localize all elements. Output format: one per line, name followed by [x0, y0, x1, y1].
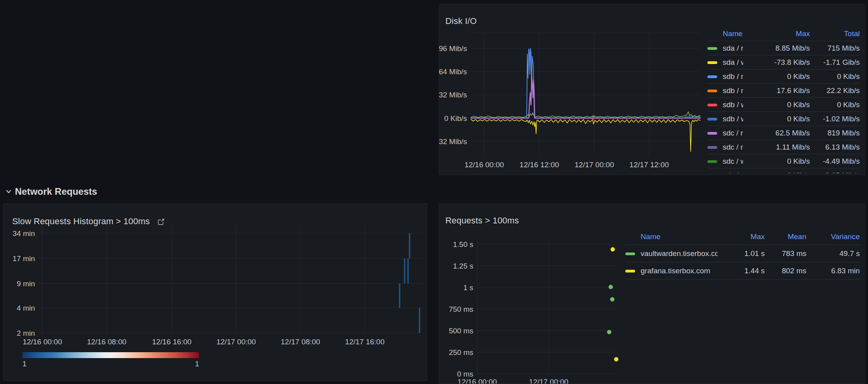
- legend-name[interactable]: sdc / reads: [723, 129, 743, 137]
- requests-legend-header: Name Max Mean Variance: [625, 229, 860, 245]
- legend-header-mean[interactable]: Mean: [765, 232, 806, 241]
- svg-text:-32 Mib/s: -32 Mib/s: [439, 137, 467, 146]
- series-color-swatch[interactable]: [707, 132, 717, 135]
- legend-max: 1.11 Mib/s: [743, 143, 810, 152]
- legend-total: 6.13 Mib/s: [810, 143, 860, 152]
- legend-max: 0 Kib/s: [743, 157, 810, 166]
- svg-text:12/17 08:00: 12/17 08:00: [281, 338, 320, 346]
- requests-legend-rows: vaultwarden.tiserbox.com1.01 s783 ms49.7…: [625, 245, 860, 280]
- legend-swatch-cell: [625, 267, 641, 275]
- legend-total: -2.05 Mib/s: [810, 171, 860, 174]
- legend-header-name[interactable]: Name: [723, 29, 743, 38]
- series-color-swatch[interactable]: [707, 90, 717, 92]
- legend-swatch-cell: [707, 115, 723, 123]
- grafana-dashboard: Disk I/O 96 Mib/s64 Mib/s32 Mib/s0 Kib/s…: [0, 0, 868, 384]
- svg-text:32 Mib/s: 32 Mib/s: [439, 91, 467, 99]
- legend-mean: 802 ms: [765, 267, 806, 275]
- section-network-requests[interactable]: Network Requests: [5, 186, 97, 197]
- legend-swatch-cell: [625, 249, 641, 258]
- legend-swatch-cell: [707, 44, 723, 53]
- color-scale-min: 1: [22, 360, 27, 368]
- legend-header-max[interactable]: Max: [718, 232, 765, 241]
- series-color-swatch[interactable]: [625, 270, 635, 272]
- legend-name[interactable]: sdc / writes: [723, 157, 743, 166]
- svg-text:12/16 00:00: 12/16 00:00: [23, 338, 62, 346]
- svg-text:0 ms: 0 ms: [457, 370, 473, 378]
- legend-swatch-cell: [707, 171, 723, 174]
- series-color-swatch[interactable]: [625, 252, 635, 255]
- svg-text:12/17 16:00: 12/17 16:00: [345, 338, 385, 346]
- legend-total: 0 Kib/s: [810, 101, 860, 109]
- svg-text:12/17 00:00: 12/17 00:00: [529, 378, 568, 384]
- disk-legend-rows: sda / reads8.85 Mib/s715 Mib/ssda / writ…: [707, 41, 860, 173]
- legend-swatch-cell: [707, 86, 723, 95]
- legend-swatch-cell: [707, 72, 723, 81]
- legend-row: vaultwarden.tiserbox.com1.01 s783 ms49.7…: [625, 245, 860, 262]
- svg-text:12/17 00:00: 12/17 00:00: [216, 338, 256, 346]
- chevron-down-icon: [5, 188, 12, 195]
- legend-max: 0 Kib/s: [743, 115, 810, 123]
- svg-text:17 min: 17 min: [13, 254, 35, 263]
- svg-text:12/16 16:00: 12/16 16:00: [152, 338, 191, 346]
- heatmap-color-scale-labels: 1 1: [22, 360, 199, 368]
- requests-legend-table: Name Max Mean Variance vaultwarden.tiser…: [625, 229, 860, 280]
- panel-disk-io: Disk I/O 96 Mib/s64 Mib/s32 Mib/s0 Kib/s…: [439, 4, 865, 175]
- legend-swatch-cell: [707, 129, 723, 137]
- section-title: Network Requests: [15, 186, 97, 197]
- legend-name[interactable]: sdb / writes: [723, 101, 743, 109]
- svg-text:12/16 00:00: 12/16 00:00: [458, 378, 497, 384]
- svg-text:12/16 08:00: 12/16 08:00: [87, 338, 126, 346]
- legend-name[interactable]: sdc / writes: [723, 171, 743, 174]
- series-color-swatch[interactable]: [707, 47, 717, 50]
- series-color-swatch[interactable]: [707, 160, 717, 163]
- svg-text:12/16 00:00: 12/16 00:00: [465, 161, 504, 169]
- legend-header-total[interactable]: Total: [810, 29, 860, 38]
- legend-total: 0 Kib/s: [810, 72, 860, 81]
- disk-legend-header: Name Max Total: [707, 26, 860, 41]
- legend-row: sdb / reads0 Kib/s0 Kib/s: [707, 69, 860, 84]
- legend-max: 17.6 Kib/s: [743, 86, 810, 95]
- legend-max: 0 Kib/s: [743, 171, 810, 174]
- legend-total: 715 Mib/s: [810, 44, 860, 53]
- legend-name[interactable]: sdb / reads: [723, 86, 743, 95]
- svg-text:500 ms: 500 ms: [449, 327, 473, 335]
- legend-max: 1.01 s: [718, 249, 765, 258]
- disk-io-legend-table: Name Max Total sda / reads8.85 Mib/s715 …: [707, 26, 860, 173]
- legend-name[interactable]: sdb / writes: [723, 115, 743, 123]
- legend-swatch-cell: [707, 157, 723, 166]
- series-color-swatch[interactable]: [707, 104, 717, 106]
- legend-name[interactable]: sdb / reads: [723, 72, 743, 81]
- legend-swatch-cell: [707, 101, 723, 109]
- legend-name[interactable]: grafana.tiserbox.com: [641, 267, 718, 275]
- legend-row: sdb / reads17.6 Kib/s22.2 Kib/s: [707, 84, 860, 98]
- legend-max: -73.8 Kib/s: [743, 58, 810, 67]
- legend-total: -1.02 Mib/s: [810, 115, 860, 123]
- svg-text:34 min: 34 min: [13, 229, 35, 238]
- legend-header-max[interactable]: Max: [743, 29, 810, 38]
- legend-max: 8.85 Mib/s: [743, 44, 810, 53]
- series-color-swatch[interactable]: [707, 75, 717, 78]
- svg-text:750 ms: 750 ms: [449, 305, 473, 313]
- legend-name[interactable]: sda / reads: [723, 44, 743, 53]
- legend-header-name[interactable]: Name: [641, 232, 718, 241]
- svg-text:9 min: 9 min: [17, 280, 35, 288]
- legend-name[interactable]: sdc / reads: [723, 143, 743, 152]
- svg-text:4 min: 4 min: [17, 304, 35, 312]
- legend-max: 1.44 s: [718, 267, 765, 275]
- legend-row: sda / writes-73.8 Kib/s-1.71 Gib/s: [707, 55, 860, 69]
- svg-text:12/16 12:00: 12/16 12:00: [520, 161, 559, 169]
- svg-text:2 min: 2 min: [17, 329, 35, 337]
- series-color-swatch[interactable]: [707, 61, 717, 64]
- legend-row: sdc / writes0 Kib/s-2.05 Mib/s: [707, 168, 860, 173]
- legend-max: 0 Kib/s: [743, 72, 810, 81]
- legend-swatch-cell: [707, 143, 723, 152]
- legend-row: sdc / writes0 Kib/s-4.49 Mib/s: [707, 154, 860, 168]
- legend-name[interactable]: vaultwarden.tiserbox.com: [641, 249, 718, 258]
- svg-text:0 Kib/s: 0 Kib/s: [444, 114, 467, 123]
- legend-header-variance[interactable]: Variance: [806, 232, 860, 241]
- legend-row: sda / reads8.85 Mib/s715 Mib/s: [707, 41, 860, 55]
- panel-requests-over-100ms: Requests > 100ms 1.50 s1.25 s1 s750 ms50…: [439, 203, 865, 384]
- series-color-swatch[interactable]: [707, 146, 717, 149]
- series-color-swatch[interactable]: [707, 118, 717, 121]
- legend-name[interactable]: sda / writes: [723, 58, 743, 67]
